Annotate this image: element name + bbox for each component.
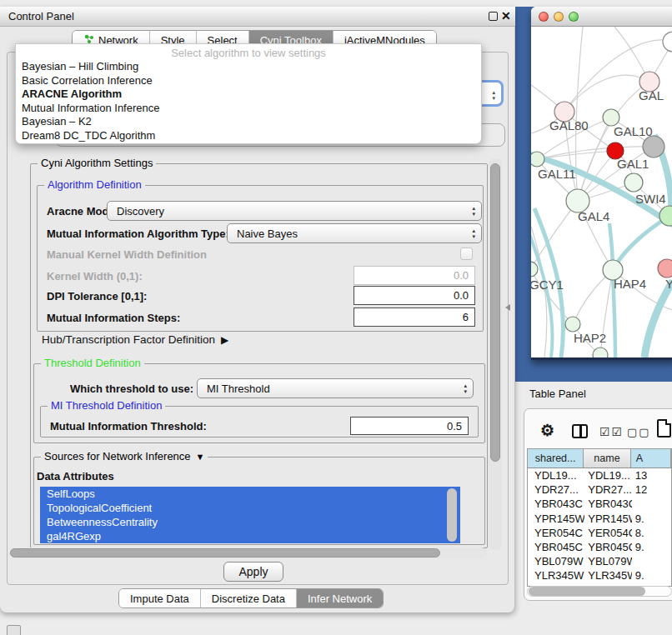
- collapse-arrow-icon[interactable]: ▼: [196, 452, 205, 462]
- list-item[interactable]: TopologicalCoefficient: [40, 501, 460, 515]
- close-traffic-light[interactable]: [539, 12, 549, 22]
- tab-impute-data[interactable]: Impute Data: [119, 589, 200, 608]
- network-window-titlebar: [531, 7, 672, 27]
- column-header-name[interactable]: name: [584, 449, 630, 468]
- dpi-tolerance-field[interactable]: 0.0: [354, 286, 475, 305]
- list-item[interactable]: BetweennessCentrality: [40, 515, 460, 529]
- select-all-columns-icon[interactable]: ☑☑: [599, 425, 624, 438]
- stepper-arrows-icon: ▴▾: [472, 205, 475, 217]
- table-row[interactable]: YDL19...YDL19...13: [528, 468, 671, 482]
- table-row[interactable]: YPR145WYPR145W9.: [528, 512, 671, 526]
- node-label: HAP4: [614, 277, 646, 291]
- table-row[interactable]: YDR27...YDR27...12: [528, 482, 671, 497]
- network-graph: GAL GAL80 GAL10 GAL1 SWI4 GAL11 GAL4 GCY…: [531, 27, 672, 358]
- dropdown-placeholder: Select algorithm to view settings: [16, 46, 481, 60]
- network-canvas[interactable]: GAL GAL80 GAL10 GAL1 SWI4 GAL11 GAL4 GCY…: [531, 27, 672, 358]
- network-window: GAL GAL80 GAL10 GAL1 SWI4 GAL11 GAL4 GCY…: [531, 7, 672, 360]
- table-panel-title: Table Panel: [529, 388, 586, 400]
- node-label: HAP2: [574, 331, 606, 345]
- mi-threshold-field[interactable]: 0.5: [350, 417, 469, 435]
- dropdown-item[interactable]: Mutual Information Inference: [16, 102, 481, 116]
- algorithm-dropdown-popup: Select algorithm to view settings Bayesi…: [15, 43, 482, 144]
- kernel-width-field[interactable]: 0.0: [354, 266, 475, 285]
- list-scrollbar-thumb[interactable]: [447, 488, 457, 542]
- attribute-table: shared... name A YDL19...YDL19...13 YDR2…: [527, 448, 672, 587]
- mi-type-combobox[interactable]: Naive Bayes ▴▾: [227, 223, 482, 243]
- node[interactable]: [663, 32, 672, 52]
- pane-collapse-arrow[interactable]: [505, 304, 510, 311]
- table-row[interactable]: YER054CYER054C8.: [528, 526, 671, 540]
- node-gcy1[interactable]: [531, 262, 538, 277]
- tab-infer-network[interactable]: Infer Network: [296, 589, 383, 608]
- dropdown-item[interactable]: Bayesian – Hill Climbing: [16, 60, 481, 74]
- node-y-cut[interactable]: [658, 259, 672, 278]
- columns-icon[interactable]: [572, 424, 588, 438]
- node-label: GAL10: [614, 124, 653, 138]
- table-hscrollbar-thumb[interactable]: [529, 587, 645, 596]
- node-bottom[interactable]: [593, 348, 608, 358]
- dropdown-item-selected[interactable]: ARACNE Algorithm: [16, 88, 481, 102]
- sources-group-title: Sources for Network Inference ▼: [41, 450, 208, 462]
- which-threshold-label: Which threshold to use:: [70, 382, 193, 395]
- apply-button[interactable]: Apply: [223, 562, 283, 582]
- node-label: SWI4: [635, 192, 666, 206]
- minimize-traffic-light[interactable]: [554, 12, 564, 22]
- which-threshold-combobox[interactable]: MI Threshold ▴▾: [197, 378, 474, 398]
- node-gal1[interactable]: [624, 173, 643, 192]
- mi-steps-field[interactable]: 6: [354, 308, 475, 327]
- control-panel-titlebar: [0, 7, 515, 27]
- dropdown-item[interactable]: Basic Correlation Inference: [16, 74, 481, 88]
- manual-kernel-label: Manual Kernel Width Definition: [47, 248, 207, 261]
- screen: Control Panel ✕ Network Style Select C: [0, 0, 672, 635]
- column-header-shared[interactable]: shared...: [528, 449, 584, 468]
- dropdown-item[interactable]: Bayesian – K2: [16, 115, 481, 129]
- dpi-tolerance-label: DPI Tolerance [0,1]:: [47, 290, 147, 302]
- zoom-traffic-light[interactable]: [569, 12, 579, 22]
- node-label: GCY1: [531, 278, 564, 292]
- settings-scrollbar-thumb[interactable]: [490, 163, 500, 462]
- mi-type-label: Mutual Information Algorithm Type:: [47, 228, 229, 240]
- collapsed-panel-icon[interactable]: [7, 625, 21, 635]
- table-row[interactable]: YBL079WYBL079W: [528, 554, 671, 568]
- node-hap2[interactable]: [565, 317, 580, 332]
- data-attributes-list: SelfLoops TopologicalCoefficient Between…: [40, 487, 460, 543]
- node-label: GAL4: [578, 209, 609, 223]
- float-window-icon[interactable]: [489, 12, 498, 21]
- hub-definition-row[interactable]: Hub/Transcription Factor Definition ▶: [42, 333, 228, 346]
- table-row[interactable]: YBR045CYBR045C9.: [528, 540, 671, 554]
- bottom-tabstrip: Impute Data Discretize Data Infer Networ…: [118, 588, 384, 608]
- data-attributes-label: Data Attributes: [37, 470, 114, 482]
- document-icon[interactable]: [657, 419, 671, 438]
- horizontal-scrollbar-thumb[interactable]: [10, 548, 440, 558]
- manual-kernel-checkbox[interactable]: [460, 248, 473, 260]
- node-label: GAL1: [617, 157, 649, 171]
- dropdown-item[interactable]: Dream8 DC_TDC Algorithm: [16, 129, 481, 143]
- close-icon[interactable]: ✕: [501, 9, 511, 22]
- expand-arrow-icon[interactable]: ▶: [221, 334, 228, 346]
- aracne-mode-combobox[interactable]: Discovery ▴▾: [107, 201, 482, 221]
- node-label: GAL80: [549, 118, 589, 132]
- table-row[interactable]: YLR345WYLR345W9.: [528, 568, 671, 582]
- list-item[interactable]: gal4RGexp: [40, 529, 460, 543]
- column-header-third[interactable]: A: [631, 449, 671, 468]
- mi-threshold-label: Mutual Information Threshold:: [50, 420, 207, 432]
- stepper-arrows-icon: ▴▾: [464, 382, 467, 394]
- control-panel-title: Control Panel: [8, 10, 74, 22]
- gear-icon[interactable]: ⚙: [540, 421, 554, 440]
- mi-steps-label: Mutual Information Steps:: [47, 312, 180, 324]
- node-label: GAL11: [538, 167, 576, 181]
- network-window-bottom-edge: [531, 358, 672, 360]
- deselect-all-columns-icon[interactable]: ▢▢: [627, 426, 651, 438]
- network-node-labels: GAL GAL80 GAL10 GAL1 SWI4 GAL11 GAL4 GCY…: [531, 88, 672, 345]
- stepper-arrows-icon: ▴▾: [472, 228, 475, 239]
- node-label: GAL: [639, 88, 664, 102]
- node-gray[interactable]: [643, 136, 664, 158]
- node-gal10[interactable]: [603, 109, 619, 126]
- table-header-row: shared... name A: [528, 449, 671, 468]
- table-row[interactable]: YBR043CYBR043C: [528, 497, 671, 511]
- node-label: Y: [665, 277, 672, 291]
- tab-discretize-data[interactable]: Discretize Data: [200, 589, 296, 608]
- node-gal11[interactable]: [531, 152, 544, 167]
- kernel-width-label: Kernel Width (0,1):: [47, 270, 143, 282]
- list-item[interactable]: SelfLoops: [40, 487, 460, 501]
